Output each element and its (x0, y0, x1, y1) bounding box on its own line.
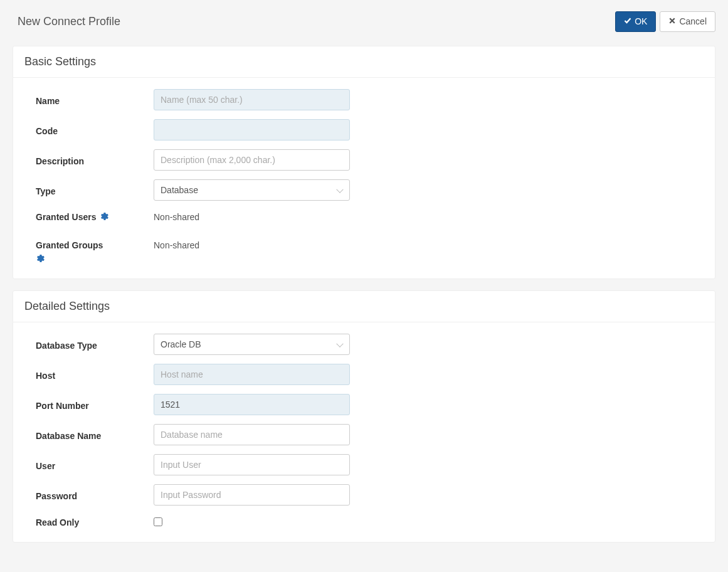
readonly-label: Read Only (36, 515, 154, 527)
dbname-row: Database Name (36, 424, 697, 445)
cancel-button-label: Cancel (679, 16, 707, 27)
password-input[interactable] (154, 484, 350, 506)
port-label: Port Number (36, 398, 154, 411)
name-label: Name (36, 93, 154, 106)
basic-settings-body: Name Code Description Type Database (13, 78, 715, 278)
page-title: New Connect Profile (18, 15, 120, 28)
port-input[interactable] (154, 394, 350, 415)
detailed-settings-body: Database Type Oracle DB Host Port Number… (13, 322, 715, 542)
code-label: Code (36, 124, 154, 136)
granted-users-value: Non-shared (154, 209, 199, 222)
user-row: User (36, 454, 697, 475)
host-input[interactable] (154, 364, 350, 385)
gear-icon[interactable] (100, 212, 108, 223)
granted-groups-label-group: Granted Groups (36, 238, 154, 265)
host-label: Host (36, 368, 154, 381)
readonly-row: Read Only (36, 514, 697, 528)
name-input[interactable] (154, 89, 350, 110)
readonly-checkbox[interactable] (154, 517, 162, 526)
close-icon (668, 16, 676, 27)
granted-groups-value: Non-shared (154, 238, 199, 250)
user-label: User (36, 458, 154, 471)
dbname-label: Database Name (36, 428, 154, 441)
description-row: Description (36, 149, 697, 171)
db-type-row: Database Type Oracle DB (36, 334, 697, 355)
dbname-input[interactable] (154, 424, 350, 445)
description-label: Description (36, 154, 154, 166)
description-input[interactable] (154, 149, 350, 171)
type-row: Type Database (36, 179, 697, 201)
basic-settings-panel: Basic Settings Name Code Description Typ… (13, 46, 715, 279)
user-input[interactable] (154, 454, 350, 475)
port-row: Port Number (36, 394, 697, 415)
gear-icon[interactable] (36, 254, 154, 265)
ok-button-label: OK (635, 16, 647, 27)
basic-settings-title: Basic Settings (13, 46, 715, 78)
name-row: Name (36, 89, 697, 110)
type-select[interactable]: Database (154, 179, 350, 201)
granted-users-row: Granted Users Non-shared (36, 209, 697, 223)
ok-button[interactable]: OK (615, 11, 656, 32)
password-row: Password (36, 484, 697, 506)
header-buttons: OK Cancel (615, 11, 715, 32)
code-row: Code (36, 119, 697, 140)
granted-users-label: Granted Users (36, 212, 96, 222)
password-label: Password (36, 489, 154, 501)
detailed-settings-title: Detailed Settings (13, 291, 715, 322)
granted-groups-row: Granted Groups Non-shared (36, 238, 697, 265)
check-icon (624, 16, 631, 27)
detailed-settings-panel: Detailed Settings Database Type Oracle D… (13, 290, 715, 543)
db-type-label: Database Type (36, 338, 154, 351)
db-type-select[interactable]: Oracle DB (154, 334, 350, 355)
header-bar: New Connect Profile OK Cancel (0, 0, 728, 40)
code-input[interactable] (154, 119, 350, 140)
host-row: Host (36, 364, 697, 385)
granted-groups-label: Granted Groups (36, 240, 103, 250)
type-label: Type (36, 184, 154, 196)
granted-users-label-group: Granted Users (36, 209, 154, 223)
cancel-button[interactable]: Cancel (660, 11, 715, 32)
